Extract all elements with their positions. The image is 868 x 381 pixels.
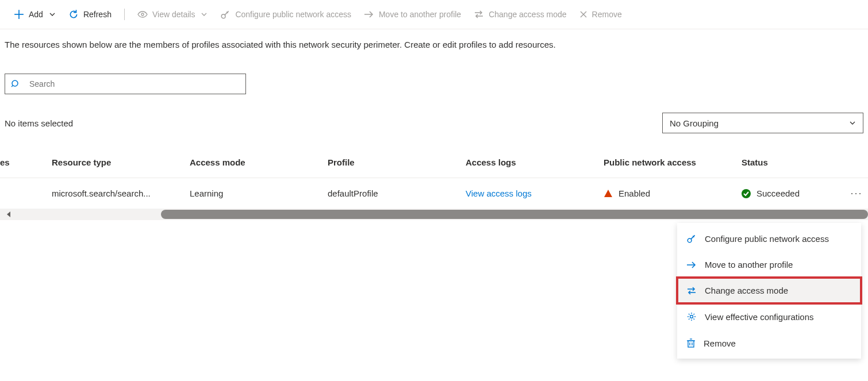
chevron-down-icon xyxy=(49,11,56,18)
cell-resource-type: microsoft.search/search... xyxy=(52,188,190,198)
refresh-label: Refresh xyxy=(83,10,112,19)
svg-point-15 xyxy=(742,189,751,198)
refresh-button[interactable]: Refresh xyxy=(64,7,116,22)
toolbar-separator xyxy=(124,9,125,20)
view-details-button[interactable]: View details xyxy=(133,7,212,21)
svg-line-13 xyxy=(11,86,13,87)
selection-count: No items selected xyxy=(5,118,73,128)
cell-status-text: Succeeded xyxy=(756,188,800,198)
search-container xyxy=(5,74,863,94)
scroll-left-arrow[interactable] xyxy=(0,211,17,218)
cell-profile: defaultProfile xyxy=(328,188,466,198)
move-profile-label: Move to another profile xyxy=(379,10,461,19)
cell-access-logs-link[interactable]: View access logs xyxy=(466,188,604,198)
toolbar: Add Refresh View details Configure publi… xyxy=(0,0,868,29)
triangle-left-icon xyxy=(6,211,11,218)
search-box[interactable] xyxy=(5,74,246,94)
search-input[interactable] xyxy=(28,79,240,89)
connector-icon xyxy=(220,9,231,20)
col-resource-type[interactable]: Resource type xyxy=(52,157,190,167)
view-details-label: View details xyxy=(152,10,195,19)
close-icon xyxy=(579,10,587,18)
table-row[interactable]: microsoft.search/search... Learning defa… xyxy=(0,178,868,209)
add-label: Add xyxy=(29,10,43,19)
warning-icon xyxy=(604,189,613,198)
search-icon xyxy=(11,79,20,88)
scrollbar-thumb[interactable] xyxy=(161,210,868,219)
col-access-mode[interactable]: Access mode xyxy=(190,157,328,167)
svg-line-12 xyxy=(13,81,17,86)
description-text: The resources shown below are the member… xyxy=(0,29,868,49)
grouping-dropdown[interactable]: No Grouping xyxy=(662,113,863,133)
table-header: es Resource type Access mode Profile Acc… xyxy=(0,151,868,178)
refresh-icon xyxy=(68,9,79,20)
configure-public-label: Configure public network access xyxy=(235,10,351,19)
grouping-selected: No Grouping xyxy=(670,118,719,128)
swap-icon xyxy=(474,10,484,19)
plus-icon xyxy=(14,9,24,20)
horizontal-scrollbar[interactable] xyxy=(0,209,868,220)
chevron-down-icon xyxy=(201,11,208,18)
success-icon xyxy=(742,189,751,198)
col-profile[interactable]: Profile xyxy=(328,157,466,167)
cell-status: Succeeded xyxy=(742,188,845,198)
svg-line-4 xyxy=(225,11,229,15)
svg-point-2 xyxy=(141,13,144,16)
configure-public-button[interactable]: Configure public network access xyxy=(216,7,356,22)
cell-public-network-text: Enabled xyxy=(619,188,650,198)
change-mode-label: Change access mode xyxy=(489,10,566,19)
chevron-down-icon xyxy=(849,120,856,126)
remove-button[interactable]: Remove xyxy=(575,7,627,21)
col-access-logs[interactable]: Access logs xyxy=(466,157,604,167)
add-button[interactable]: Add xyxy=(9,7,60,22)
cell-access-mode: Learning xyxy=(190,188,328,198)
selection-bar: No items selected No Grouping xyxy=(5,113,863,133)
col-status[interactable]: Status xyxy=(742,157,845,167)
move-profile-button[interactable]: Move to another profile xyxy=(359,7,466,21)
remove-label: Remove xyxy=(592,10,622,19)
resources-table: es Resource type Access mode Profile Acc… xyxy=(0,151,868,220)
row-more-button[interactable]: ··· xyxy=(845,187,868,199)
col-es[interactable]: es xyxy=(0,157,52,167)
eye-icon xyxy=(137,10,148,18)
change-mode-button[interactable]: Change access mode xyxy=(469,7,571,21)
svg-marker-16 xyxy=(7,211,10,217)
svg-marker-14 xyxy=(604,190,612,197)
arrow-right-icon xyxy=(364,10,374,18)
col-public-network[interactable]: Public network access xyxy=(604,157,742,167)
cell-public-network: Enabled xyxy=(604,188,742,198)
